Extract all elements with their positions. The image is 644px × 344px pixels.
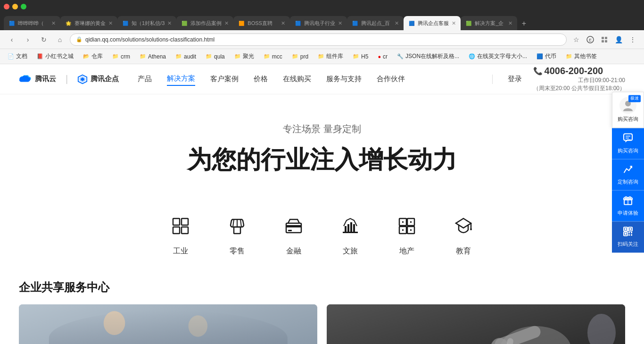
svg-rect-12 bbox=[182, 227, 188, 234]
tab-close-1[interactable]: ✕ bbox=[51, 20, 56, 26]
tab-close-4[interactable]: ✕ bbox=[224, 20, 229, 26]
site-nav: 腾讯云 | 腾讯企点 产品 解决方案 客户案例 价格 在线购买 服务与支持 合作… bbox=[0, 64, 644, 94]
tab-3[interactable]: 🟦 知（1封私信/3 ✕ bbox=[117, 16, 176, 30]
bookmark-docs[interactable]: 📄 文档 bbox=[4, 51, 31, 62]
lock-icon: 🔒 bbox=[76, 36, 83, 42]
bookmark-qula[interactable]: 📁 qula bbox=[202, 51, 229, 62]
reload-button[interactable]: ↻ bbox=[38, 34, 50, 46]
tencent-cloud-logo[interactable]: 腾讯云 bbox=[19, 75, 56, 84]
bookmark-xiaohongshu[interactable]: 📕 小红书之城 bbox=[33, 51, 77, 62]
qidian-logo[interactable]: 腾讯企点 bbox=[77, 74, 119, 84]
menu-icon[interactable]: ⋮ bbox=[627, 34, 638, 45]
tab-close-5[interactable]: ✕ bbox=[281, 20, 285, 26]
industry-item-industrial[interactable]: 工业 bbox=[171, 217, 190, 256]
nav-login-link[interactable]: 登录 bbox=[508, 75, 522, 84]
industry-item-education[interactable]: 教育 bbox=[454, 217, 473, 256]
bookmark-cr[interactable]: ● cr bbox=[374, 51, 391, 62]
maximize-button[interactable] bbox=[21, 4, 26, 9]
svg-rect-57 bbox=[628, 232, 630, 234]
nav-product[interactable]: 产品 bbox=[138, 73, 152, 85]
bookmark-athena[interactable]: 📁 Athena bbox=[136, 51, 170, 62]
tab-7[interactable]: 🟦 腾讯起点_百 ✕ bbox=[347, 16, 404, 30]
nav-links: 产品 解决方案 客户案例 价格 在线购买 服务与支持 合作伙伴 bbox=[138, 72, 484, 86]
tab-label-7: 腾讯起点_百 bbox=[361, 20, 390, 27]
float-top-label: 购买咨询 bbox=[618, 116, 638, 123]
hero-subtitle: 专注场景 量身定制 bbox=[19, 123, 625, 135]
tab-6[interactable]: 🟦 腾讯电子行业 ✕ bbox=[290, 16, 347, 30]
home-button[interactable]: ⌂ bbox=[54, 34, 66, 46]
bookmark-star-icon[interactable]: ☆ bbox=[570, 34, 582, 45]
tab-8[interactable]: 🟦 腾讯企点客服 ✕ bbox=[404, 16, 461, 30]
float-consult-top[interactable]: 极速 购买咨询 bbox=[612, 92, 644, 128]
bookmark-h5[interactable]: 📁 H5 bbox=[349, 51, 372, 62]
qidian-svg-icon bbox=[77, 74, 88, 84]
bookmark-warehouse[interactable]: 📂 仓库 bbox=[79, 51, 107, 62]
nav-partners[interactable]: 合作伙伴 bbox=[377, 73, 405, 85]
bookmark-audit[interactable]: 📁 audit bbox=[172, 51, 200, 62]
tab-4[interactable]: 🟩 添加作品案例 ✕ bbox=[176, 16, 233, 30]
bookmark-mcc-label: mcc bbox=[272, 53, 282, 60]
tab-label-2: 赛琳娜的黄金 bbox=[74, 20, 106, 27]
tab-label-3: 知（1封私信/3 bbox=[132, 20, 165, 27]
bookmark-more[interactable]: 📁 其他书签 bbox=[562, 51, 601, 62]
new-tab-button[interactable]: + bbox=[517, 17, 530, 30]
industrial-icon bbox=[171, 217, 190, 240]
minimize-button[interactable] bbox=[12, 4, 18, 9]
nav-price[interactable]: 价格 bbox=[254, 73, 268, 85]
industry-item-finance[interactable]: 金融 bbox=[284, 217, 303, 256]
industry-item-retail[interactable]: 零售 bbox=[228, 217, 247, 256]
svg-rect-18 bbox=[286, 225, 301, 227]
tab-1[interactable]: 🟦 哗哗哗哗（ ✕ bbox=[4, 16, 60, 30]
industry-item-realestate[interactable]: 地产 bbox=[397, 217, 416, 256]
nav-solutions[interactable]: 解决方案 bbox=[167, 72, 195, 86]
forward-button[interactable]: › bbox=[22, 34, 34, 46]
nav-buy[interactable]: 在线购买 bbox=[283, 73, 311, 85]
bookmarks-bar: 📄 文档 📕 小红书之城 📂 仓库 📁 crm 📁 Athena 📁 audit… bbox=[0, 49, 644, 64]
bookmark-json[interactable]: 🔧 JSON在线解析及格... bbox=[393, 51, 463, 62]
realestate-label: 地产 bbox=[399, 246, 414, 256]
card-2[interactable] bbox=[327, 304, 625, 344]
industry-item-tourism[interactable]: 文旅 bbox=[341, 217, 360, 256]
float-gift-icon bbox=[623, 195, 633, 208]
tab-close-8[interactable]: ✕ bbox=[452, 20, 456, 26]
tab-close-7[interactable]: ✕ bbox=[395, 20, 399, 26]
bookmark-docs-label: 文档 bbox=[16, 52, 27, 60]
extension-icon-1[interactable]: E bbox=[585, 34, 596, 45]
nav-cases[interactable]: 客户案例 bbox=[210, 73, 239, 85]
svg-rect-17 bbox=[286, 223, 301, 233]
tourism-label: 文旅 bbox=[343, 246, 358, 256]
bookmark-crm[interactable]: 📁 crm bbox=[108, 51, 134, 62]
bookmark-qula-label: qula bbox=[214, 53, 225, 60]
float-custom-consult[interactable]: 定制咨询 bbox=[612, 159, 644, 190]
bookmark-text[interactable]: 🌐 在线英文字母大小... bbox=[465, 51, 531, 62]
bookmark-token-icon: 🟦 bbox=[537, 53, 543, 59]
float-apply-trial[interactable]: 申请体验 bbox=[612, 191, 644, 222]
address-input[interactable]: 🔒 qidian.qq.com/solutions/solutions-clas… bbox=[70, 34, 567, 46]
bookmark-juguang[interactable]: 📁 聚光 bbox=[231, 51, 258, 62]
tab-9[interactable]: 🟩 解决方案_企 ✕ bbox=[461, 16, 517, 30]
user-icon[interactable]: 👤 bbox=[613, 34, 624, 45]
bookmark-cr-label: cr bbox=[383, 53, 388, 60]
float-qr-scan[interactable]: 扫码关注 bbox=[612, 222, 644, 252]
bookmark-prd[interactable]: 📁 prd bbox=[288, 51, 312, 62]
back-button[interactable]: ‹ bbox=[6, 34, 18, 46]
bookmark-components[interactable]: 📁 组件库 bbox=[314, 51, 347, 62]
tab-5[interactable]: 🟧 BOSS直聘 ✕ bbox=[233, 16, 290, 30]
tab-favicon-6: 🟦 bbox=[295, 20, 301, 26]
nav-support[interactable]: 服务与支持 bbox=[326, 73, 362, 85]
tab-close-3[interactable]: ✕ bbox=[167, 20, 172, 26]
tab-close-9[interactable]: ✕ bbox=[508, 20, 512, 26]
bookmark-mcc[interactable]: 📁 mcc bbox=[260, 51, 286, 62]
nav-divider bbox=[492, 75, 493, 84]
tab-2[interactable]: 🌟 赛琳娜的黄金 ✕ bbox=[60, 16, 117, 30]
float-buy-consult[interactable]: 购买咨询 bbox=[612, 128, 644, 159]
svg-rect-32 bbox=[410, 229, 412, 231]
tab-close-2[interactable]: ✕ bbox=[108, 20, 113, 26]
card-1[interactable] bbox=[19, 304, 317, 344]
retail-label: 零售 bbox=[230, 246, 245, 256]
extension-icon-2[interactable] bbox=[599, 34, 610, 45]
close-button[interactable] bbox=[4, 4, 9, 9]
tab-label-9: 解决方案_企 bbox=[475, 20, 504, 27]
tab-close-6[interactable]: ✕ bbox=[338, 20, 342, 26]
bookmark-token[interactable]: 🟦 代币 bbox=[533, 51, 560, 62]
